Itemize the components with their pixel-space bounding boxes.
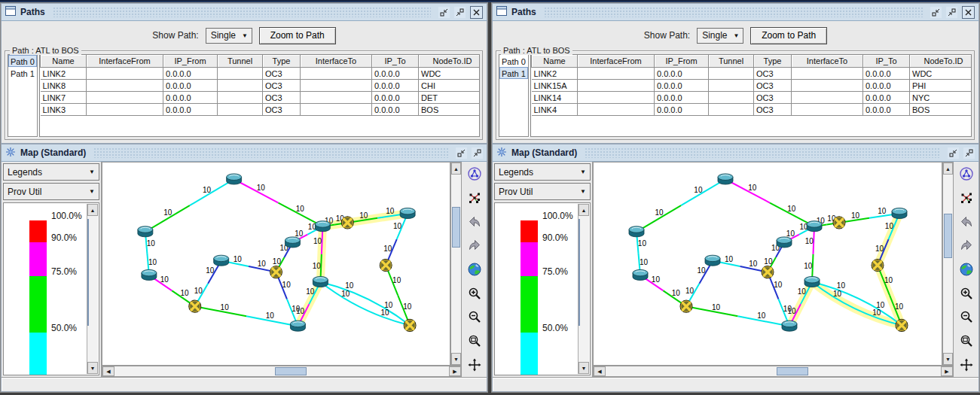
zoom-window-icon[interactable] xyxy=(958,333,974,349)
column-header-nodeto.id[interactable]: NodeTo.ID xyxy=(419,55,481,68)
scroll-left-icon[interactable]: ◀ xyxy=(102,366,114,376)
scroll-right-icon[interactable]: ▶ xyxy=(449,366,461,376)
paths-titlebar[interactable]: Paths xyxy=(2,4,487,21)
paths-titlebar[interactable]: Paths xyxy=(493,4,978,21)
scroll-up-icon[interactable]: ▲ xyxy=(579,204,589,216)
node-router[interactable] xyxy=(777,237,792,248)
legend-scrollbar[interactable]: ▲▼ xyxy=(578,204,589,374)
node-router[interactable] xyxy=(629,226,644,237)
path-item-path-1[interactable]: Path 1 xyxy=(8,67,37,79)
table-row[interactable]: LINK15A0.0.0.0OC30.0.0.0PHI xyxy=(532,80,972,92)
close-icon[interactable] xyxy=(962,6,975,19)
map-vertical-scrollbar[interactable]: ▲ ▼ xyxy=(942,162,954,366)
maximize-button[interactable] xyxy=(963,147,975,159)
maximize-button[interactable] xyxy=(946,7,957,18)
collapse-button[interactable] xyxy=(456,147,467,159)
scrollbar-thumb[interactable] xyxy=(87,219,89,326)
node-router[interactable] xyxy=(227,174,242,184)
pan-icon[interactable] xyxy=(958,357,974,372)
node-router[interactable] xyxy=(285,237,300,248)
map-canvas[interactable]: 1010101010101010101010101010101010101010… xyxy=(102,162,450,366)
table-row[interactable]: LINK20.0.0.0OC30.0.0.0WDC xyxy=(41,68,481,80)
zoom-in-icon[interactable] xyxy=(958,285,974,301)
scrollbar-thumb[interactable] xyxy=(579,219,580,326)
node-router[interactable] xyxy=(214,255,229,266)
column-header-ip_from[interactable]: IP_From xyxy=(163,55,218,68)
node-router[interactable] xyxy=(892,208,907,218)
map-horizontal-scrollbar[interactable]: ◀ ▶ xyxy=(593,366,954,377)
util-combobox[interactable]: Prov Util▼ xyxy=(3,183,99,200)
node-router[interactable] xyxy=(705,255,720,266)
graph-layout-icon[interactable] xyxy=(958,190,974,206)
collapse-button[interactable] xyxy=(438,7,450,18)
legends-combobox[interactable]: Legends▼ xyxy=(3,163,99,181)
map-link[interactable] xyxy=(320,282,410,326)
column-header-tunnel[interactable]: Tunnel xyxy=(709,55,754,68)
util-combobox[interactable]: Prov Util▼ xyxy=(494,183,591,200)
node-switch[interactable] xyxy=(872,259,884,271)
column-header-ip_to[interactable]: IP_To xyxy=(372,55,419,68)
column-header-interfaceto[interactable]: InterfaceTo xyxy=(792,55,863,68)
map-vertical-scrollbar[interactable]: ▲ ▼ xyxy=(450,162,462,366)
scroll-down-icon[interactable]: ▼ xyxy=(579,362,589,374)
node-switch[interactable] xyxy=(270,266,282,278)
collapse-button[interactable] xyxy=(930,7,942,18)
scrollbar-thumb[interactable] xyxy=(777,367,808,375)
table-row[interactable]: LINK70.0.0.0OC30.0.0.0DET xyxy=(41,92,481,104)
column-header-nodeto.id[interactable]: NodeTo.ID xyxy=(910,55,972,68)
topology-icon[interactable] xyxy=(958,166,974,182)
node-switch[interactable] xyxy=(380,259,392,271)
path-item-path-0[interactable]: Path 0 xyxy=(499,55,528,67)
show-path-combobox[interactable]: Single▼ xyxy=(697,28,743,44)
path-item-path-0[interactable]: Path 0 xyxy=(8,55,37,67)
zoom-in-icon[interactable] xyxy=(466,285,482,301)
column-header-ip_to[interactable]: IP_To xyxy=(863,55,910,68)
topology-icon[interactable] xyxy=(466,166,482,182)
redo-icon[interactable] xyxy=(466,238,482,254)
column-header-type[interactable]: Type xyxy=(263,55,301,68)
node-switch[interactable] xyxy=(680,300,692,312)
scroll-down-icon[interactable]: ▼ xyxy=(451,353,461,365)
scroll-up-icon[interactable]: ▲ xyxy=(943,163,953,175)
map-titlebar[interactable]: Map (Standard) xyxy=(2,144,487,162)
scrollbar-thumb[interactable] xyxy=(452,207,460,248)
node-switch[interactable] xyxy=(341,217,353,229)
node-switch[interactable] xyxy=(404,319,416,331)
graph-layout-icon[interactable] xyxy=(466,190,482,206)
node-switch[interactable] xyxy=(896,319,908,331)
maximize-button[interactable] xyxy=(472,147,483,159)
node-router[interactable] xyxy=(807,221,822,232)
map-link[interactable] xyxy=(190,179,234,205)
node-router[interactable] xyxy=(804,276,820,287)
node-router[interactable] xyxy=(313,276,328,287)
node-switch[interactable] xyxy=(762,266,774,278)
globe-icon[interactable] xyxy=(466,262,482,278)
map-horizontal-scrollbar[interactable]: ◀ ▶ xyxy=(102,366,462,377)
node-switch[interactable] xyxy=(189,300,201,312)
show-path-combobox[interactable]: Single▼ xyxy=(206,28,252,44)
table-row[interactable]: LINK80.0.0.0OC30.0.0.0CHI xyxy=(41,80,481,92)
column-header-name[interactable]: Name xyxy=(532,55,578,68)
redo-icon[interactable] xyxy=(958,238,974,254)
node-router[interactable] xyxy=(718,174,733,184)
column-header-name[interactable]: Name xyxy=(41,55,87,68)
zoom-to-path-button[interactable]: Zoom to Path xyxy=(750,27,827,44)
maximize-button[interactable] xyxy=(454,7,466,18)
scrollbar-thumb[interactable] xyxy=(944,214,952,258)
scroll-right-icon[interactable]: ▶ xyxy=(941,366,953,376)
node-router[interactable] xyxy=(142,269,157,280)
map-link[interactable] xyxy=(320,282,410,326)
column-header-tunnel[interactable]: Tunnel xyxy=(218,55,263,68)
collapse-button[interactable] xyxy=(948,147,959,159)
column-header-type[interactable]: Type xyxy=(754,55,792,68)
node-router[interactable] xyxy=(400,208,415,218)
column-header-interfacefrom[interactable]: InterfaceFrom xyxy=(578,55,655,68)
path-item-path-1[interactable]: Path 1 xyxy=(499,67,528,79)
scroll-down-icon[interactable]: ▼ xyxy=(943,353,953,365)
node-switch[interactable] xyxy=(833,217,845,229)
legends-combobox[interactable]: Legends▼ xyxy=(494,163,591,181)
node-router[interactable] xyxy=(633,269,648,280)
node-router[interactable] xyxy=(315,221,330,232)
scroll-up-icon[interactable]: ▲ xyxy=(87,204,98,216)
table-row[interactable]: LINK30.0.0.0OC30.0.0.0BOS xyxy=(41,104,481,116)
